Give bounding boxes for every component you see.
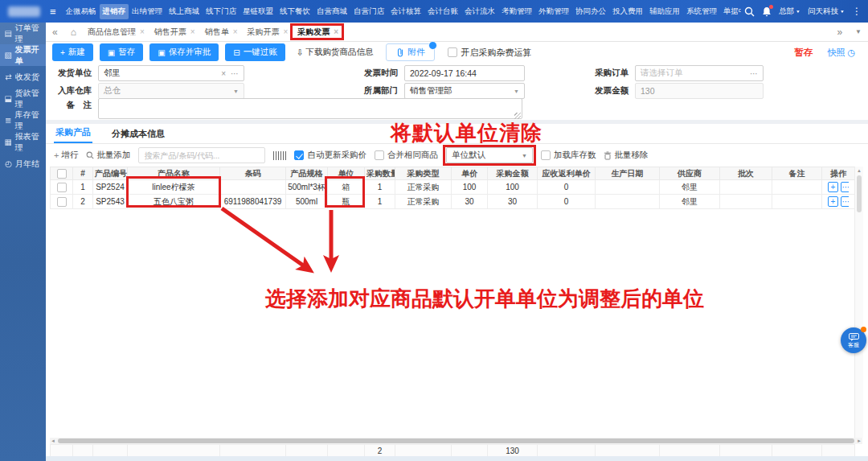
purchase-order-picker[interactable]: 请选择订单 ⋯ bbox=[635, 65, 764, 81]
top-menu-item-active[interactable]: 进销存 bbox=[100, 4, 129, 19]
scrollbar-thumb[interactable] bbox=[58, 438, 854, 443]
cell-qty[interactable]: 1 bbox=[365, 180, 395, 195]
row-more-button[interactable]: ⋯ bbox=[841, 182, 849, 192]
one-click-post-button[interactable]: ⊟ 一键过账 bbox=[225, 43, 285, 61]
cell-purchase-type[interactable]: 正常采购 bbox=[395, 195, 452, 209]
top-menu-item[interactable]: 会计核算 bbox=[387, 4, 424, 19]
select-all-checkbox[interactable] bbox=[57, 169, 67, 179]
sidebar-item-receive-dispatch[interactable]: ⇄ 收发货 bbox=[0, 66, 46, 88]
row-add-button[interactable]: + bbox=[828, 182, 838, 192]
top-menu-item[interactable]: 考勤管理 bbox=[498, 4, 535, 19]
cell-unit[interactable]: 箱 bbox=[328, 180, 365, 195]
scrollbar-thumb[interactable] bbox=[857, 175, 862, 212]
scroll-right-icon[interactable]: ▸ bbox=[856, 438, 862, 444]
cell-qty[interactable]: 1 bbox=[365, 195, 395, 209]
remark-textarea[interactable] bbox=[98, 98, 522, 119]
row-number-link[interactable]: 1 bbox=[73, 180, 93, 195]
cell-production-date[interactable] bbox=[596, 195, 660, 209]
sidebar-item-invoice-billing[interactable]: ▧ 发票开单 bbox=[0, 44, 46, 66]
top-menu-item[interactable]: 企微易畅 bbox=[63, 4, 100, 19]
sidebar-item-payment-management[interactable]: ⬓ 货款管理 bbox=[0, 88, 46, 109]
close-icon[interactable]: × bbox=[140, 27, 145, 36]
home-icon[interactable]: ⌂ bbox=[64, 27, 83, 38]
sidebar-item-month-year-close[interactable]: ◴ 月年结 bbox=[0, 153, 46, 175]
tab-sales-order[interactable]: 销售单 × bbox=[200, 23, 243, 41]
cell-product-name[interactable]: linlee柠檬茶 bbox=[128, 180, 220, 195]
load-stock-toggle[interactable]: 加载库存数 bbox=[541, 150, 596, 161]
cell-rebate-price[interactable]: 0 bbox=[538, 195, 596, 209]
close-icon[interactable]: × bbox=[283, 27, 288, 36]
close-icon[interactable]: × bbox=[190, 27, 195, 36]
invoice-time-field[interactable]: 2022-09-17 16:44 bbox=[404, 65, 525, 81]
top-menu-item[interactable]: 线上商城 bbox=[166, 4, 203, 19]
top-menu-item[interactable]: 自营门店 bbox=[350, 4, 387, 19]
cell-unit-price[interactable]: 100 bbox=[452, 180, 488, 195]
row-number-link[interactable]: 2 bbox=[73, 195, 93, 209]
save-and-approve-button[interactable]: ▣ 保存并审批 bbox=[149, 43, 219, 61]
batch-remove-button[interactable]: 批量移除 bbox=[604, 150, 648, 161]
merge-same-goods-toggle[interactable]: 合并相同商品 bbox=[375, 150, 438, 161]
top-menu-item[interactable]: 线下门店 bbox=[203, 4, 240, 19]
cell-batch[interactable] bbox=[720, 195, 772, 209]
more-options-icon[interactable]: ⋮ bbox=[852, 6, 862, 17]
tab-purchase-invoice-entry[interactable]: 采购开票 × bbox=[242, 23, 293, 41]
clear-icon[interactable]: × bbox=[221, 69, 226, 78]
close-icon[interactable]: × bbox=[233, 27, 238, 36]
auto-update-price-checkbox[interactable] bbox=[294, 150, 304, 160]
tab-product-info[interactable]: 商品信息管理 × bbox=[83, 23, 149, 41]
hamburger-menu-icon[interactable]: ≡ bbox=[50, 6, 56, 18]
department-select[interactable]: 销售管理部 ▼ bbox=[404, 83, 525, 99]
misc-fee-checkbox[interactable] bbox=[448, 47, 457, 57]
sidebar-item-report-management[interactable]: ▦ 报表管理 bbox=[0, 131, 46, 153]
row-select-checkbox[interactable] bbox=[57, 197, 67, 207]
top-menu-item[interactable]: 投入费用 bbox=[609, 4, 646, 19]
misc-fee-toggle[interactable]: 开启采购杂费运算 bbox=[448, 47, 531, 59]
supplier-field[interactable]: 邻里 × ⋯ bbox=[98, 65, 244, 81]
auto-update-price-toggle[interactable]: 自动更新采购价 bbox=[294, 150, 366, 161]
picker-ellipsis-icon[interactable]: ⋯ bbox=[231, 69, 239, 78]
top-menu-item[interactable]: 外勤管理 bbox=[535, 4, 572, 19]
top-menu-item[interactable]: 线下餐饮 bbox=[276, 4, 313, 19]
load-stock-checkbox[interactable] bbox=[541, 150, 551, 160]
attachment-button[interactable]: 附件 bbox=[386, 43, 435, 61]
add-row-button[interactable]: + 增行 bbox=[54, 150, 78, 161]
batch-add-button[interactable]: 批量添加 bbox=[86, 150, 130, 161]
search-icon[interactable] bbox=[744, 6, 755, 17]
cell-rebate-price[interactable]: 0 bbox=[538, 180, 596, 195]
top-menu-item[interactable]: 自营商城 bbox=[313, 4, 350, 19]
top-menu-item[interactable]: 会计台账 bbox=[424, 4, 461, 19]
expand-tabs-icon[interactable]: » bbox=[830, 27, 849, 38]
unit-default-dropdown[interactable]: 单位默认 ▼ bbox=[446, 147, 533, 163]
cell-remark[interactable] bbox=[772, 180, 822, 195]
download-goods-info-button[interactable]: ⇩ 下载购货商品信息 bbox=[297, 47, 374, 58]
product-search-input[interactable] bbox=[138, 147, 265, 163]
cell-product-name[interactable]: 五色八宝粥 bbox=[128, 195, 220, 209]
tab-purchase-invoice[interactable]: 采购发票 × bbox=[293, 23, 343, 41]
horizontal-scrollbar[interactable]: ◂ ▸ bbox=[50, 438, 862, 444]
snapshot-button[interactable]: 快照 ◷ bbox=[827, 47, 855, 59]
subtab-purchase-products[interactable]: 采购产品 bbox=[54, 123, 92, 143]
cell-unit[interactable]: 瓶 bbox=[328, 195, 365, 209]
sidebar-item-inventory-management[interactable]: ≣ 库存管理 bbox=[0, 109, 46, 131]
textarea-resize-grip[interactable] bbox=[514, 113, 521, 119]
notification-bell-icon[interactable] bbox=[762, 6, 772, 17]
top-menu-item[interactable]: 会计流水 bbox=[461, 4, 498, 19]
scroll-left-icon[interactable]: ◂ bbox=[50, 438, 56, 444]
top-menu-item[interactable]: 系统管理 bbox=[683, 4, 720, 19]
subtab-cost-allocation[interactable]: 分摊成本信息 bbox=[110, 125, 166, 143]
tab-list-dropdown-icon[interactable]: ▼ bbox=[849, 28, 868, 35]
collapse-tabs-icon[interactable]: « bbox=[46, 27, 64, 38]
top-menu-item[interactable]: 出纳管理 bbox=[129, 4, 166, 19]
picker-ellipsis-icon[interactable]: ⋯ bbox=[750, 69, 758, 78]
barcode-scan-icon[interactable] bbox=[273, 151, 286, 160]
cell-production-date[interactable] bbox=[596, 180, 660, 195]
sidebar-item-order-management[interactable]: ▤ 订单管理 bbox=[0, 23, 46, 44]
cell-purchase-type[interactable]: 正常采购 bbox=[395, 180, 452, 195]
row-more-button[interactable]: ⋯ bbox=[841, 196, 849, 207]
top-menu-item[interactable]: 星链联盟 bbox=[240, 4, 276, 19]
tab-sales-invoice[interactable]: 销售开票 × bbox=[149, 23, 200, 41]
warehouse-select[interactable]: 总仓 ▼ bbox=[98, 83, 244, 99]
cell-remark[interactable] bbox=[772, 195, 822, 209]
cell-batch[interactable] bbox=[720, 180, 772, 195]
cell-unit-price[interactable]: 30 bbox=[452, 195, 488, 209]
